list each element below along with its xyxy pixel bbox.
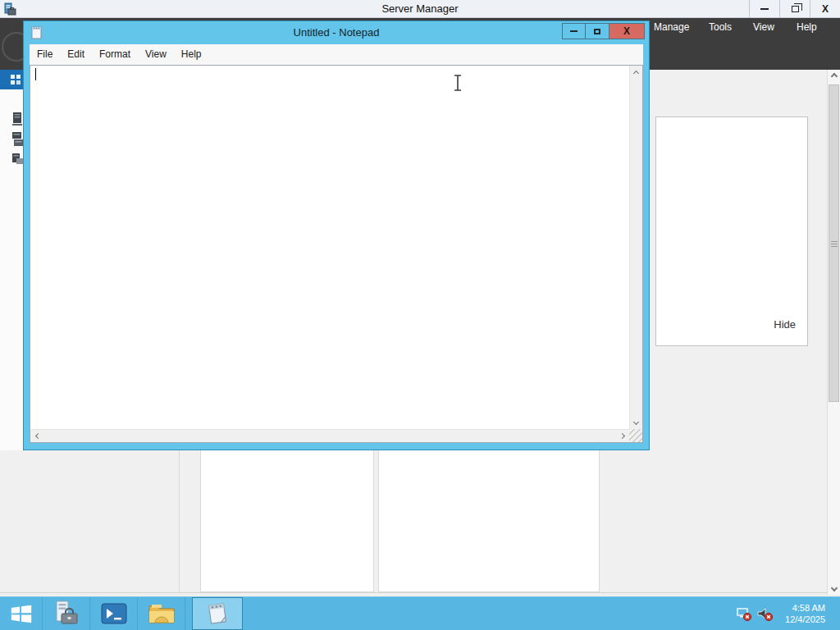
scroll-up-button[interactable]: [828, 70, 840, 83]
server-manager-titlebar: Server Manager X: [0, 0, 840, 18]
restore-icon: [792, 6, 799, 12]
notepad-minimize-button[interactable]: [562, 23, 586, 39]
notepad-menu-view[interactable]: View: [138, 44, 174, 65]
sm-restore-button[interactable]: [779, 0, 810, 18]
scroll-down-button[interactable]: [828, 582, 840, 595]
notepad-menu-file[interactable]: File: [30, 44, 60, 65]
menu-tools[interactable]: Tools: [709, 18, 732, 36]
minimize-icon: [760, 8, 769, 10]
notepad-window: Untitled - Notepad X File Edit Format Vi…: [23, 21, 650, 450]
notepad-close-button[interactable]: X: [609, 23, 645, 39]
notepad-scroll-left-button[interactable]: [32, 430, 43, 442]
volume-muted-icon[interactable]: [756, 607, 774, 625]
sm-close-button[interactable]: X: [810, 0, 840, 18]
chevron-down-icon: [830, 585, 837, 591]
all-servers-icon[interactable]: [11, 132, 23, 150]
clock-time: 4:58 AM: [785, 602, 825, 614]
notepad-client-area: File Edit Format View Help: [30, 44, 643, 443]
role-tile-1: [200, 450, 374, 592]
welcome-panel: Hide: [655, 116, 808, 346]
menu-help[interactable]: Help: [797, 18, 817, 36]
network-disconnected-icon[interactable]: [736, 607, 752, 625]
notepad-text-area[interactable]: [30, 65, 643, 443]
chevron-down-icon: [633, 418, 639, 424]
role-tile-2: [378, 450, 600, 592]
dashboard-icon: [11, 75, 21, 84]
notepad-window-title: Untitled - Notepad: [24, 21, 649, 44]
taskbar-powershell-button[interactable]: [90, 597, 138, 630]
notepad-horizontal-scrollbar[interactable]: [30, 429, 629, 442]
sm-minimize-button[interactable]: [749, 0, 779, 18]
notepad-menu-help[interactable]: Help: [174, 44, 209, 65]
dashboard-scrollbar[interactable]: [827, 70, 840, 595]
notepad-maximize-button[interactable]: [586, 23, 609, 39]
server-manager-window-title: Server Manager: [0, 0, 840, 18]
powershell-icon: [100, 602, 128, 625]
chevron-up-icon: [830, 73, 837, 80]
dashboard-bottom-rule: [0, 592, 827, 593]
mouse-ibeam-cursor: [452, 74, 463, 95]
notepad-titlebar[interactable]: Untitled - Notepad X: [24, 21, 649, 44]
taskbar-file-explorer-button[interactable]: [138, 597, 185, 630]
taskbar-notepad-button-active[interactable]: [192, 597, 243, 630]
minimize-icon: [570, 30, 578, 32]
notepad-vertical-scrollbar[interactable]: [629, 66, 642, 429]
notepad-menu-format[interactable]: Format: [92, 44, 138, 65]
chevron-right-icon: [619, 433, 624, 439]
hide-link[interactable]: Hide: [774, 318, 796, 331]
tile-column-divider: [179, 450, 180, 592]
chevron-up-icon: [633, 70, 639, 75]
server-manager-window-controls: X: [749, 0, 840, 18]
sidebar-item-dashboard[interactable]: [0, 70, 25, 89]
notepad-scroll-right-button[interactable]: [616, 430, 628, 442]
notepad-menubar: File Edit Format View Help: [30, 44, 643, 65]
text-caret: [35, 68, 36, 80]
notepad-scroll-up-button[interactable]: [630, 67, 642, 79]
notepad-icon: [205, 601, 230, 626]
taskbar-clock[interactable]: 4:58 AM 12/4/2025: [785, 602, 825, 625]
notepad-menu-edit[interactable]: Edit: [60, 44, 92, 65]
server-manager-icon: [52, 600, 81, 627]
windows-logo-icon: [9, 601, 34, 626]
taskbar-server-manager-button[interactable]: [43, 597, 90, 630]
maximize-icon: [594, 29, 600, 34]
sidebar: [0, 70, 25, 450]
resize-grip[interactable]: [629, 429, 642, 442]
notepad-window-controls: X: [562, 23, 645, 39]
start-button[interactable]: [0, 597, 43, 630]
chevron-left-icon: [34, 433, 40, 439]
local-server-icon[interactable]: [11, 112, 23, 130]
scrollbar-grip-icon: [831, 241, 838, 248]
close-icon: X: [623, 26, 630, 36]
notepad-scroll-down-button[interactable]: [630, 416, 642, 427]
close-icon: X: [822, 4, 829, 14]
file-explorer-icon: [147, 601, 176, 626]
menu-view[interactable]: View: [753, 18, 774, 36]
file-storage-services-icon[interactable]: [11, 153, 23, 168]
taskbar: 4:58 AM 12/4/2025: [0, 596, 840, 630]
clock-date: 12/4/2025: [785, 614, 825, 625]
menu-manage[interactable]: Manage: [654, 18, 689, 36]
scrollbar-thumb[interactable]: [829, 84, 839, 402]
